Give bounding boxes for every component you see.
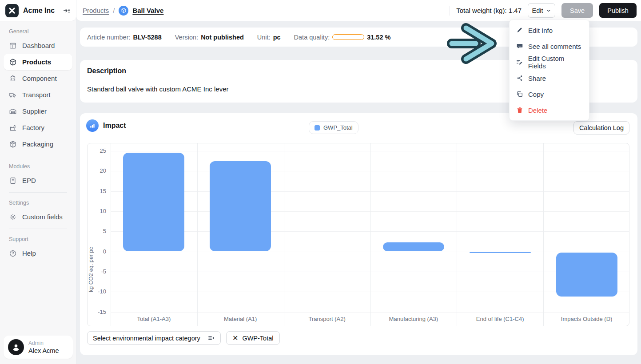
- menu-item-see-all-comments[interactable]: See all comments: [510, 38, 589, 54]
- legend-gwp-total[interactable]: GWP_Total: [309, 121, 358, 134]
- v-gridline: [370, 143, 371, 326]
- breadcrumb-products-link[interactable]: Products: [83, 7, 109, 14]
- bar-4: [383, 242, 444, 251]
- y-tick-label: 10: [88, 208, 106, 214]
- y-tick-label: -15: [88, 309, 106, 315]
- data-quality-percent: 31.52 %: [367, 34, 390, 41]
- bar-1: [123, 153, 184, 251]
- y-tick-label: 25: [88, 147, 106, 154]
- sidebar-item-packaging[interactable]: Packaging: [4, 136, 72, 152]
- sidebar-item-transport[interactable]: Transport: [4, 87, 72, 103]
- data-quality-field: Data quality: 31.52 %: [294, 34, 391, 41]
- divider: [9, 156, 67, 156]
- factory-icon: [9, 124, 17, 132]
- impact-category-select[interactable]: Select environmental impact category: [87, 331, 221, 345]
- topbar: Products / Ball Valve Total weight (kg):…: [76, 0, 641, 21]
- brand-name: Acme Inc: [23, 7, 58, 15]
- calculation-log-label: Calculation Log: [579, 124, 624, 131]
- data-quality-progressbar: [332, 34, 364, 40]
- menu-item-label: Edit Info: [528, 27, 553, 34]
- legend-swatch: [315, 125, 320, 131]
- v-gridline: [111, 143, 111, 326]
- menu-item-edit-info[interactable]: Edit Info: [510, 22, 589, 38]
- field-label: Version:: [175, 34, 198, 41]
- y-tick-label: -5: [88, 268, 106, 275]
- gear-icon: [9, 213, 17, 221]
- ball-valve-icon: [119, 6, 128, 16]
- menu-item-label: Edit Custom Fields: [528, 55, 583, 70]
- divider: [9, 192, 67, 193]
- sidebar: Acme Inc General Dashboard Products Comp…: [0, 0, 76, 364]
- v-gridline: [543, 143, 544, 326]
- y-tick-label: 5: [88, 228, 106, 234]
- truck-icon: [9, 91, 17, 99]
- x-category-label: Impacts Outside (D): [543, 316, 629, 322]
- gwp-total-chip[interactable]: ✕ GWP-Total: [226, 331, 280, 345]
- save-button[interactable]: Save: [561, 3, 593, 18]
- chip-label: GWP-Total: [242, 335, 273, 342]
- field-value: pc: [273, 34, 281, 41]
- select-placeholder: Select environmental impact category: [93, 335, 200, 342]
- article-number-field: Article number: BLV-5288: [87, 34, 162, 41]
- cube-icon: [9, 58, 17, 66]
- impact-title: Impact: [103, 122, 126, 130]
- sidebar-item-products[interactable]: Products: [4, 54, 72, 70]
- sidebar-item-label: Component: [22, 75, 57, 82]
- v-gridline: [457, 143, 457, 326]
- x-category-label: End of life (C1-C4): [457, 316, 543, 322]
- sidebar-item-factory[interactable]: Factory: [4, 119, 72, 136]
- section-title-modules: Modules: [4, 160, 72, 172]
- sidebar-item-label: Packaging: [22, 140, 53, 148]
- section-title-support: Support: [4, 233, 72, 245]
- menu-item-label: See all comments: [528, 43, 581, 50]
- sidebar-item-component[interactable]: Component: [4, 70, 72, 87]
- list-collapse-icon: [207, 334, 215, 342]
- sidebar-nav: General Dashboard Products Component Tra…: [0, 21, 76, 261]
- edit-button[interactable]: Edit: [528, 3, 555, 18]
- topbar-actions: Total weight (kg): 1.47 Edit Save Publis…: [450, 3, 637, 18]
- divider: [9, 229, 67, 229]
- calculation-log-button[interactable]: Calculation Log: [573, 121, 629, 135]
- sidebar-item-label: Products: [22, 58, 51, 66]
- warehouse-icon: [9, 107, 17, 115]
- publish-button[interactable]: Publish: [599, 3, 637, 18]
- impact-card: Impact GWP_Total Calculation Log kg CO2 …: [80, 113, 637, 355]
- impact-bar-chart: kg CO2 eq. per pc 2520151050-5-10-15Tota…: [87, 143, 629, 326]
- sidebar-item-supplier[interactable]: Supplier: [4, 103, 72, 119]
- bar-2: [210, 161, 271, 251]
- sidebar-item-custom-fields[interactable]: Custom fields: [4, 209, 72, 225]
- sidebar-item-epd[interactable]: EPD: [4, 172, 72, 189]
- save-button-label: Save: [570, 7, 585, 14]
- y-tick-label: 20: [88, 167, 106, 174]
- avatar: [8, 339, 24, 355]
- field-label: Article number:: [87, 34, 131, 41]
- bar-5: [470, 252, 531, 253]
- share-icon: [516, 75, 523, 82]
- collapse-sidebar-icon[interactable]: [63, 7, 71, 15]
- menu-item-label: Copy: [528, 91, 544, 98]
- user-profile[interactable]: Admin Alex Acme: [4, 336, 73, 359]
- menu-item-copy[interactable]: Copy: [510, 86, 589, 102]
- sidebar-item-dashboard[interactable]: Dashboard: [4, 37, 72, 54]
- sidebar-item-label: EPD: [22, 177, 36, 184]
- version-field: Version: Not published: [175, 34, 244, 41]
- menu-item-label: Delete: [528, 107, 547, 114]
- field-label: Data quality:: [294, 34, 330, 41]
- menu-item-delete[interactable]: Delete: [510, 102, 589, 118]
- breadcrumb-separator: /: [113, 7, 115, 14]
- menu-item-edit-custom-fields[interactable]: Edit Custom Fields: [510, 54, 589, 70]
- remove-chip-icon[interactable]: ✕: [232, 335, 238, 342]
- help-icon: [9, 249, 17, 257]
- trash-icon: [516, 107, 523, 114]
- sidebar-item-help[interactable]: Help: [4, 245, 72, 261]
- profile-name: Alex Acme: [28, 347, 59, 355]
- breadcrumb-current[interactable]: Ball Valve: [132, 7, 163, 14]
- section-title-general: General: [4, 25, 72, 37]
- puzzle-icon: [9, 75, 17, 83]
- menu-item-share[interactable]: Share: [510, 70, 589, 86]
- sidebar-item-label: Custom fields: [22, 213, 63, 221]
- pencil-icon: [516, 27, 523, 34]
- y-tick-label: 0: [88, 248, 106, 255]
- field-label: Unit:: [257, 34, 271, 41]
- bar-6: [556, 253, 617, 297]
